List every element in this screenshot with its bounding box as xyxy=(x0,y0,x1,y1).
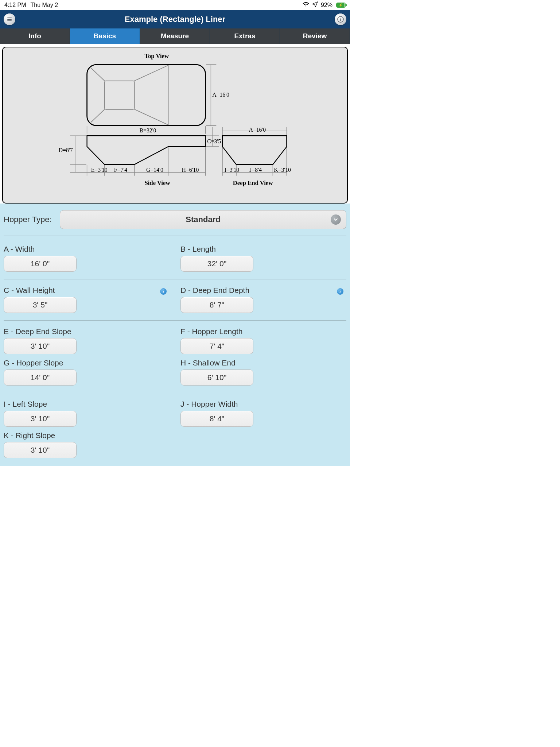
field-D-input[interactable]: 8' 7" xyxy=(180,297,253,313)
dim-E: E=3'10 xyxy=(91,167,108,173)
hopper-type-select[interactable]: Standard xyxy=(60,210,346,229)
info-button[interactable]: i xyxy=(335,13,346,25)
dim-F: F=7'4 xyxy=(114,167,127,173)
dim-B: B=32'0 xyxy=(140,127,156,133)
chevron-down-icon xyxy=(331,214,341,225)
dim-H: H=6'10 xyxy=(182,167,199,173)
field-E-input[interactable]: 3' 10" xyxy=(4,338,77,354)
field-E-label: E - Deep End Slope xyxy=(4,327,170,336)
dim-I: I=3'10 xyxy=(225,167,240,173)
field-B-label: B - Length xyxy=(180,245,346,253)
status-bar: 4:12 PM Thu May 2 92% xyxy=(0,0,350,10)
side-view-label: Side View xyxy=(144,179,170,186)
tab-info[interactable]: Info xyxy=(0,28,70,44)
diagram-panel: Top View A=16'0 B=32'0 xyxy=(2,47,348,204)
tab-basics[interactable]: Basics xyxy=(70,28,140,44)
field-J-label: J - Hopper Width xyxy=(180,400,346,409)
tab-extras[interactable]: Extras xyxy=(210,28,280,44)
field-F-label: F - Hopper Length xyxy=(180,327,346,336)
field-A-input[interactable]: 16' 0" xyxy=(4,256,77,272)
svg-rect-6 xyxy=(105,81,135,109)
tab-measure[interactable]: Measure xyxy=(140,28,210,44)
top-view-label: Top View xyxy=(144,53,169,59)
svg-line-10 xyxy=(135,109,168,125)
deep-end-view-label: Deep End View xyxy=(233,179,273,186)
dim-J: J=8'4 xyxy=(249,167,262,173)
field-C-input[interactable]: 3' 5" xyxy=(4,297,77,313)
field-K-label: K - Right Slope xyxy=(4,431,170,440)
dim-K: K=3'10 xyxy=(274,167,291,173)
tab-review[interactable]: Review xyxy=(280,28,350,44)
battery-pct: 92% xyxy=(321,2,332,8)
svg-line-7 xyxy=(91,68,105,81)
field-C-label: C - Wall Height xyxy=(4,286,55,295)
dim-D: D=8'7 xyxy=(59,147,73,153)
menu-button[interactable] xyxy=(4,13,15,25)
svg-text:i: i xyxy=(340,17,341,22)
field-J-input[interactable]: 8' 4" xyxy=(180,411,253,427)
page-title: Example (Rectangle) Liner xyxy=(15,15,335,24)
battery-icon xyxy=(336,3,346,8)
hopper-type-label: Hopper Type: xyxy=(4,215,55,224)
status-date: Thu May 2 xyxy=(31,2,58,8)
field-K-input[interactable]: 3' 10" xyxy=(4,442,77,458)
svg-line-9 xyxy=(135,65,168,81)
field-I-input[interactable]: 3' 10" xyxy=(4,411,77,427)
field-I-label: I - Left Slope xyxy=(4,400,170,409)
field-G-input[interactable]: 14' 0" xyxy=(4,369,77,386)
field-B-input[interactable]: 32' 0" xyxy=(180,256,253,272)
hopper-type-value: Standard xyxy=(186,215,220,224)
field-D-info-icon[interactable]: i xyxy=(337,288,343,295)
field-F-input[interactable]: 7' 4" xyxy=(180,338,253,354)
form-section: Hopper Type: Standard A - Width 16' 0" B… xyxy=(0,204,350,466)
svg-line-8 xyxy=(91,109,105,122)
status-time: 4:12 PM xyxy=(4,2,26,8)
field-A-label: A - Width xyxy=(4,245,170,253)
liner-diagram: Top View A=16'0 B=32'0 xyxy=(7,51,343,193)
field-C-info-icon[interactable]: i xyxy=(160,288,167,295)
wifi-icon xyxy=(303,2,309,8)
field-H-label: H - Shallow End xyxy=(180,359,346,367)
field-G-label: G - Hopper Slope xyxy=(4,359,170,367)
app-header: Example (Rectangle) Liner i xyxy=(0,10,350,28)
location-icon xyxy=(312,1,318,9)
field-H-input[interactable]: 6' 10" xyxy=(180,369,253,386)
field-D-label: D - Deep End Depth xyxy=(180,286,249,295)
tab-bar: Info Basics Measure Extras Review xyxy=(0,28,350,44)
dim-A-top: A=16'0 xyxy=(212,92,229,98)
dim-A-deep: A=16'0 xyxy=(249,127,266,133)
dim-C: C=3'5 xyxy=(207,138,221,144)
dim-G: G=14'0 xyxy=(146,167,163,173)
